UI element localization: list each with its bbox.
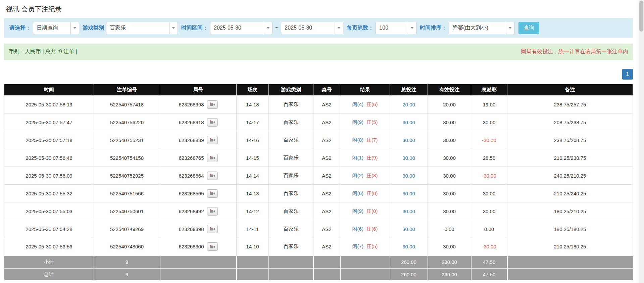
cell-round: 623268300 <box>160 238 237 256</box>
total-bet-link[interactable]: 30.00 <box>402 226 415 232</box>
total-bet-link[interactable]: 30.00 <box>402 173 415 179</box>
cell-bet-id: 522540752925 <box>94 167 160 185</box>
result-player: 闲(9) <box>352 208 363 214</box>
total-bet-link[interactable]: 30.00 <box>402 137 415 143</box>
date-range-separator: ~ <box>275 25 278 31</box>
page-size-label: 每页笔数： <box>347 25 374 32</box>
cell-session: 14-11 <box>237 220 269 238</box>
total-bet-link[interactable]: 30.00 <box>402 155 415 161</box>
total-bet-link[interactable]: 20.00 <box>402 102 415 107</box>
page-button-1[interactable]: 1 <box>622 69 633 80</box>
result-banker: 庄(0) <box>366 190 378 196</box>
time-sort-select[interactable]: 降幂(由大到小) <box>449 22 514 34</box>
total-empty-cell <box>313 268 340 281</box>
date-to-value: 2025-05-30 <box>281 25 315 31</box>
subtotal-empty-cell <box>313 256 340 268</box>
cell-session: 14-10 <box>237 238 269 256</box>
table-row: 2025-05-30 07:55:03 522540750601 6232684… <box>4 202 633 220</box>
query-type-select[interactable]: 日期查询 <box>33 22 79 34</box>
header-game-type: 游戏类别 <box>269 84 313 96</box>
cell-table-no: AS2 <box>313 202 340 220</box>
total-bet-link[interactable]: 30.00 <box>402 120 415 125</box>
video-replay-button[interactable] <box>207 136 218 144</box>
time-sort-label: 时间排序： <box>420 25 447 32</box>
game-type-select[interactable]: 百家乐 <box>106 22 178 34</box>
video-camera-icon <box>210 102 215 106</box>
cell-table-no: AS2 <box>313 185 340 202</box>
total-bet-link[interactable]: 30.00 <box>402 191 415 196</box>
round-number: 623268664 <box>179 173 204 179</box>
time-range-label: 时间区间： <box>181 25 208 32</box>
header-time: 时间 <box>4 84 94 96</box>
date-from-select[interactable]: 2025-05-30 <box>210 22 273 34</box>
video-replay-button[interactable] <box>207 225 218 233</box>
notice-text: 同局有效投注，统一计算在该局第一张注单内 <box>521 48 628 55</box>
table-row: 2025-05-30 07:58:19 522540757418 6232689… <box>4 96 633 113</box>
total-bet-link[interactable]: 30.00 <box>402 244 415 249</box>
cell-bet-id: 522540750601 <box>94 202 160 220</box>
video-replay-button[interactable] <box>207 242 218 251</box>
result-player: 闲(8) <box>352 137 363 143</box>
result-player: 闲(7) <box>352 243 363 249</box>
cell-result: 闲(2) 庄(8) <box>340 167 390 185</box>
table-row: 2025-05-30 07:54:28 522540749269 6232683… <box>4 220 633 238</box>
search-button[interactable]: 查询 <box>518 22 539 34</box>
table-row: 2025-05-30 07:57:47 522540756220 6232689… <box>4 113 633 131</box>
round-number: 623268839 <box>179 137 204 143</box>
video-replay-button[interactable] <box>207 154 218 162</box>
cell-time: 2025-05-30 07:56:46 <box>4 149 94 167</box>
cell-total-bet: 30.00 <box>390 113 428 131</box>
table-row: 2025-05-30 07:53:53 522540748060 6232683… <box>4 238 633 256</box>
cell-time: 2025-05-30 07:56:09 <box>4 167 94 185</box>
cell-payout: -30.00 <box>471 238 507 256</box>
query-type-label: 请选择： <box>9 25 31 32</box>
table-header-row: 时间 注单编号 局号 场次 游戏类别 桌号 结果 总投注 有效投注 总派彩 备注 <box>4 84 633 96</box>
header-bet-id: 注单编号 <box>94 84 160 96</box>
cell-total-bet: 30.00 <box>390 238 428 256</box>
total-bet-link[interactable]: 30.00 <box>402 208 415 214</box>
cell-valid-bet: 30.00 <box>428 131 471 149</box>
cell-total-bet: 30.00 <box>390 167 428 185</box>
cell-table-no: AS2 <box>313 96 340 113</box>
subtotal-empty-cell <box>160 256 237 268</box>
video-replay-button[interactable] <box>207 118 218 127</box>
chevron-down-icon <box>335 22 343 34</box>
video-replay-button[interactable] <box>207 172 218 180</box>
date-to-select[interactable]: 2025-05-30 <box>281 22 343 34</box>
table-row: 2025-05-30 07:57:18 522540755231 6232688… <box>4 131 633 149</box>
cell-remark: 210.25/238.75 <box>507 149 633 167</box>
cell-round: 623268839 <box>160 131 237 149</box>
cell-valid-bet: 20.00 <box>428 96 471 113</box>
round-number: 623268398 <box>179 226 204 232</box>
result-banker: 庄(5) <box>366 243 378 249</box>
video-replay-button[interactable] <box>207 100 218 109</box>
video-replay-button[interactable] <box>207 189 218 198</box>
scrollbar-thumb[interactable] <box>639 1 643 32</box>
cell-valid-bet: 30.00 <box>428 149 471 167</box>
page-size-select[interactable]: 100 <box>376 22 416 34</box>
cell-game-type: 百家乐 <box>269 202 313 220</box>
date-from-value: 2025-05-30 <box>210 25 245 31</box>
cell-table-no: AS2 <box>313 149 340 167</box>
cell-bet-id: 522540751566 <box>94 185 160 202</box>
result-banker: 庄(6) <box>366 101 378 107</box>
video-replay-button[interactable] <box>207 207 218 216</box>
total-total-bet: 260.00 <box>390 268 428 281</box>
cell-result: 闲(6) 庄(0) <box>340 185 390 202</box>
cell-time: 2025-05-30 07:53:53 <box>4 238 94 256</box>
cell-time: 2025-05-30 07:57:47 <box>4 113 94 131</box>
subtotal-empty-cell <box>237 256 269 268</box>
result-player: 闲(6) <box>352 226 363 232</box>
subtotal-valid-bet: 230.00 <box>428 256 471 268</box>
cell-round: 623268664 <box>160 167 237 185</box>
cell-remark: 208.75/238.75 <box>507 113 633 131</box>
table-row: 2025-05-30 07:56:46 522540754158 6232687… <box>4 149 633 167</box>
subtotal-empty-cell <box>340 256 390 268</box>
scrollbar-track[interactable] <box>639 0 644 283</box>
round-number: 623268300 <box>179 244 204 249</box>
result-banker: 庄(5) <box>366 119 378 125</box>
result-banker: 庄(0) <box>366 208 378 214</box>
chevron-down-icon <box>408 22 416 34</box>
subtotal-empty-cell <box>507 256 633 268</box>
video-camera-icon <box>210 120 215 124</box>
